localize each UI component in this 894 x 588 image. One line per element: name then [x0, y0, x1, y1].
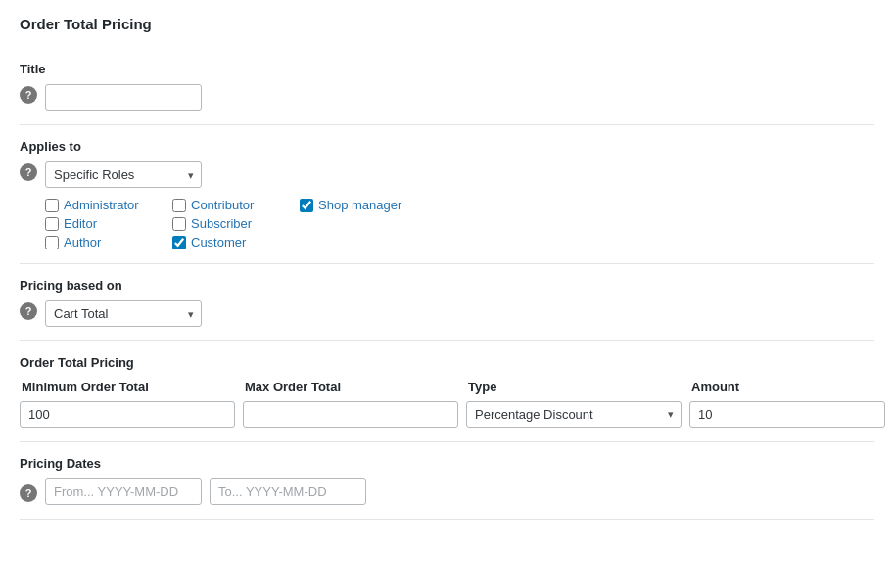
- checkbox-author-input[interactable]: [45, 236, 59, 249]
- checkbox-editor-label: Editor: [64, 216, 97, 231]
- applies-to-section: Applies to ? Specific Roles Everyone Use…: [20, 125, 874, 264]
- checkbox-contributor[interactable]: Contributor: [172, 198, 300, 212]
- cart-select-wrapper: Cart Total Product Total Quantity ▾: [45, 300, 202, 327]
- to-date-input[interactable]: [210, 478, 366, 505]
- checkbox-editor[interactable]: Editor: [45, 216, 172, 231]
- table-header: Minimum Order Total Max Order Total Type…: [20, 380, 874, 394]
- max-order-input[interactable]: [243, 401, 458, 428]
- col-type-label: Type: [466, 380, 682, 394]
- order-total-pricing-section: Order Total Pricing Minimum Order Total …: [20, 341, 874, 442]
- pricing-based-help-icon[interactable]: ?: [20, 302, 37, 320]
- title-input[interactable]: [45, 84, 202, 111]
- title-help-icon[interactable]: ?: [20, 86, 37, 104]
- checkbox-author-label: Author: [64, 235, 101, 249]
- type-select-wrapper: Percentage Discount Fixed Discount Fixed…: [466, 401, 682, 428]
- order-pricing-table: Minimum Order Total Max Order Total Type…: [20, 380, 874, 428]
- checkbox-administrator[interactable]: Administrator: [45, 198, 172, 212]
- pricing-based-label: Pricing based on: [20, 278, 874, 293]
- checkbox-contributor-input[interactable]: [172, 199, 186, 212]
- checkbox-subscriber[interactable]: Subscriber: [172, 216, 300, 231]
- title-section: Title ?: [20, 48, 874, 125]
- checkbox-editor-input[interactable]: [45, 217, 59, 231]
- cart-dropdown[interactable]: Cart Total Product Total Quantity: [45, 300, 202, 327]
- order-total-pricing-label: Order Total Pricing: [20, 355, 874, 370]
- checkbox-customer[interactable]: Customer: [172, 235, 300, 249]
- applies-to-label: Applies to: [20, 139, 874, 154]
- checkbox-subscriber-input[interactable]: [172, 217, 186, 231]
- col-min-label: Minimum Order Total: [20, 380, 235, 394]
- title-label: Title: [20, 62, 874, 76]
- title-field-row: ?: [20, 84, 874, 111]
- checkbox-shop-manager-input[interactable]: [300, 199, 313, 212]
- col-max-label: Max Order Total: [243, 380, 458, 394]
- checkbox-author[interactable]: Author: [45, 235, 172, 249]
- checkbox-shop-manager[interactable]: Shop manager: [300, 198, 456, 212]
- checkbox-administrator-label: Administrator: [64, 198, 139, 212]
- pricing-based-section: Pricing based on ? Cart Total Product To…: [20, 264, 874, 341]
- pricing-dates-section: Pricing Dates ?: [20, 442, 874, 520]
- amount-input[interactable]: [689, 401, 885, 428]
- table-row: Percentage Discount Fixed Discount Fixed…: [20, 400, 874, 428]
- roles-checkboxes: Administrator Contributor Shop manager E…: [45, 198, 874, 249]
- roles-dropdown[interactable]: Specific Roles Everyone Users Guests: [45, 161, 202, 188]
- min-order-input[interactable]: [20, 401, 235, 428]
- checkbox-customer-label: Customer: [191, 235, 246, 249]
- pricing-based-field-row: ? Cart Total Product Total Quantity ▾: [20, 300, 874, 327]
- roles-select-wrapper: Specific Roles Everyone Users Guests ▾: [45, 161, 202, 188]
- from-date-input[interactable]: [45, 478, 202, 505]
- pricing-dates-help-icon[interactable]: ?: [20, 484, 37, 502]
- applies-to-field-row: ? Specific Roles Everyone Users Guests ▾: [20, 161, 874, 188]
- page-title: Order Total Pricing: [20, 16, 874, 32]
- applies-to-help-icon[interactable]: ?: [20, 163, 37, 181]
- checkbox-contributor-label: Contributor: [191, 198, 254, 212]
- pricing-dates-row: ?: [20, 478, 874, 505]
- checkbox-customer-input[interactable]: [172, 236, 186, 249]
- checkbox-shop-manager-label: Shop manager: [318, 198, 401, 212]
- checkbox-administrator-input[interactable]: [45, 199, 59, 212]
- col-amount-label: Amount: [689, 380, 885, 394]
- type-dropdown[interactable]: Percentage Discount Fixed Discount Fixed…: [466, 401, 682, 428]
- checkbox-subscriber-label: Subscriber: [191, 216, 252, 231]
- pricing-dates-label: Pricing Dates: [20, 456, 874, 471]
